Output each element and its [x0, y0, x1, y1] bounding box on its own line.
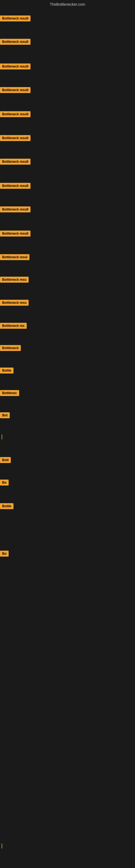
site-title: TheBottlenecker.com [0, 0, 135, 10]
bottleneck-result-row-23[interactable]: Bo [0, 551, 9, 558]
bottleneck-badge-9[interactable]: Bottleneck result [0, 230, 31, 237]
bottleneck-result-row-19[interactable]: Bott [0, 457, 11, 464]
bottleneck-badge-20[interactable]: Bo [0, 479, 9, 486]
bottleneck-result-row-3[interactable]: Bottleneck result [0, 87, 31, 94]
bottleneck-result-row-14[interactable]: Bottleneck [0, 345, 21, 352]
bottleneck-result-row-1[interactable]: Bottleneck result [0, 39, 31, 46]
bottleneck-result-row-13[interactable]: Bottleneck res [0, 323, 27, 330]
bottleneck-result-row-5[interactable]: Bottleneck result [0, 135, 31, 142]
bottleneck-badge-7[interactable]: Bottleneck result [0, 183, 31, 189]
bottleneck-badge-13[interactable]: Bottleneck res [0, 323, 27, 329]
bottleneck-badge-16[interactable]: Bottlenec [0, 390, 19, 396]
bottleneck-result-row-10[interactable]: Bottleneck resul [0, 254, 30, 261]
bottleneck-result-row-15[interactable]: Bottle [0, 368, 13, 375]
bottleneck-badge-5[interactable]: Bottleneck result [0, 135, 31, 141]
bottleneck-result-row-20[interactable]: Bo [0, 479, 9, 487]
bottleneck-badge-1[interactable]: Bottleneck result [0, 39, 31, 45]
bottleneck-result-row-4[interactable]: Bottleneck result [0, 111, 31, 118]
bottleneck-badge-19[interactable]: Bott [0, 457, 11, 463]
bottleneck-badge-11[interactable]: Bottleneck resu [0, 277, 29, 283]
bottleneck-result-row-12[interactable]: Bottleneck resu [0, 300, 29, 307]
bottleneck-badge-14[interactable]: Bottleneck [0, 345, 21, 351]
bottleneck-result-row-6[interactable]: Bottleneck result [0, 159, 31, 166]
bottleneck-badge-2[interactable]: Bottleneck result [0, 63, 31, 69]
bottleneck-result-row-0[interactable]: Bottleneck result [0, 16, 31, 23]
bottleneck-result-row-2[interactable]: Bottleneck result [0, 63, 31, 70]
bottleneck-indicator-35 [2, 844, 2, 848]
bottleneck-result-row-11[interactable]: Bottleneck resu [0, 277, 29, 284]
bottleneck-result-row-7[interactable]: Bottleneck result [0, 183, 31, 190]
bottleneck-badge-15[interactable]: Bottle [0, 368, 13, 373]
bottleneck-badge-6[interactable]: Bottleneck result [0, 159, 31, 165]
bottleneck-result-row-16[interactable]: Bottlenec [0, 390, 19, 397]
bottleneck-badge-23[interactable]: Bo [0, 551, 9, 557]
bottleneck-result-row-17[interactable]: Bot [0, 412, 10, 420]
bottleneck-badge-10[interactable]: Bottleneck resul [0, 254, 30, 260]
bottleneck-badge-3[interactable]: Bottleneck result [0, 87, 31, 93]
bottleneck-badge-0[interactable]: Bottleneck result [0, 16, 31, 22]
bottleneck-badge-17[interactable]: Bot [0, 412, 10, 418]
bottleneck-badge-12[interactable]: Bottleneck resu [0, 300, 29, 306]
bottleneck-badge-21[interactable]: Bottle [0, 503, 13, 509]
bottleneck-badge-8[interactable]: Bottleneck result [0, 207, 31, 212]
bottleneck-indicator-18 [2, 435, 2, 439]
bottleneck-result-row-21[interactable]: Bottle [0, 503, 13, 510]
bottleneck-result-row-8[interactable]: Bottleneck result [0, 207, 31, 214]
bottleneck-badge-4[interactable]: Bottleneck result [0, 111, 31, 117]
bottleneck-result-row-9[interactable]: Bottleneck result [0, 230, 31, 238]
